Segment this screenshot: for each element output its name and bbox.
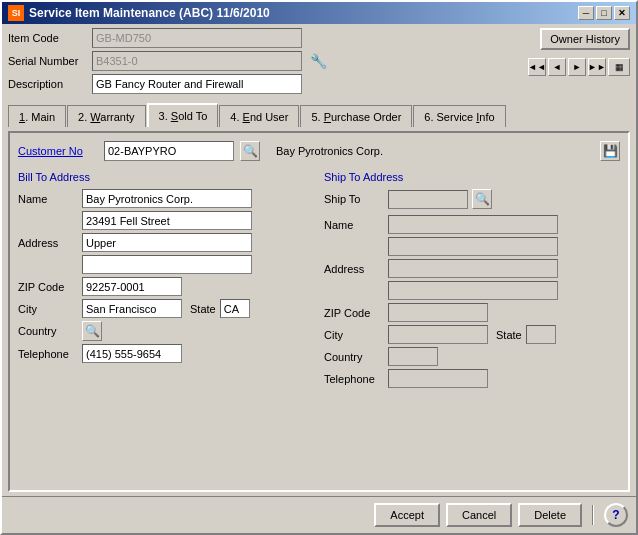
tab-warranty-label: 2. Warranty bbox=[78, 111, 134, 123]
bill-telephone-input[interactable] bbox=[82, 344, 182, 363]
restore-button[interactable]: □ bbox=[596, 6, 612, 20]
bill-name-input[interactable] bbox=[82, 189, 252, 208]
owner-history-button[interactable]: Owner History bbox=[540, 28, 630, 50]
customer-search-button[interactable]: 🔍 bbox=[240, 141, 260, 161]
tab-purchase-order[interactable]: 5. Purchase Order bbox=[300, 105, 412, 127]
bill-zip-row: ZIP Code bbox=[18, 277, 314, 296]
ship-city-row: City State bbox=[324, 325, 620, 344]
bill-to-title: Bill To Address bbox=[18, 171, 314, 183]
bill-address-row: Address bbox=[18, 211, 314, 274]
ship-zip-input[interactable] bbox=[388, 303, 488, 322]
ship-address-label: Address bbox=[324, 263, 384, 275]
bill-telephone-label: Telephone bbox=[18, 348, 78, 360]
ship-country-input[interactable] bbox=[388, 347, 438, 366]
bill-city-row: City State bbox=[18, 299, 314, 318]
tab-sold-to-label: 3. Sold To bbox=[159, 110, 208, 122]
ship-to-search-button[interactable]: 🔍 bbox=[472, 189, 492, 209]
ship-address3-input[interactable] bbox=[388, 281, 558, 300]
customer-no-input[interactable] bbox=[104, 141, 234, 161]
minimize-button[interactable]: ─ bbox=[578, 6, 594, 20]
tab-main[interactable]: 1. Main bbox=[8, 105, 66, 127]
content-area: Item Code Serial Number 🔧 Description Ow… bbox=[2, 24, 636, 496]
description-label: Description bbox=[8, 78, 88, 90]
ship-telephone-row: Telephone bbox=[324, 369, 620, 388]
bill-city-label: City bbox=[18, 303, 78, 315]
title-controls: ─ □ ✕ bbox=[578, 6, 630, 20]
title-bar: SI Service Item Maintenance (ABC) 11/6/2… bbox=[2, 2, 636, 24]
tab-end-user[interactable]: 4. End User bbox=[219, 105, 299, 127]
top-section: Item Code Serial Number 🔧 Description Ow… bbox=[8, 28, 630, 97]
save-icon-button[interactable]: 💾 bbox=[600, 141, 620, 161]
bill-city-input[interactable] bbox=[82, 299, 182, 318]
ship-country-label: Country bbox=[324, 351, 384, 363]
bill-zip-input[interactable] bbox=[82, 277, 182, 296]
ship-zip-label: ZIP Code bbox=[324, 307, 384, 319]
nav-prev-button[interactable]: ◄ bbox=[548, 58, 566, 76]
cancel-button[interactable]: Cancel bbox=[446, 503, 512, 527]
bill-address3-input[interactable] bbox=[82, 255, 252, 274]
bill-country-row: Country 🔍 bbox=[18, 321, 314, 341]
company-name-display: Bay Pyrotronics Corp. bbox=[276, 145, 383, 157]
nav-last-button[interactable]: ►► bbox=[588, 58, 606, 76]
description-input[interactable] bbox=[92, 74, 302, 94]
ship-city-input[interactable] bbox=[388, 325, 488, 344]
ship-zip-row: ZIP Code bbox=[324, 303, 620, 322]
bill-to-section: Bill To Address Name Address bbox=[18, 171, 314, 482]
bill-name-row: Name bbox=[18, 189, 314, 208]
ship-address1-input[interactable] bbox=[388, 237, 558, 256]
item-code-input[interactable] bbox=[92, 28, 302, 48]
nav-grid-button[interactable]: ▦ bbox=[608, 58, 630, 76]
ship-city-label: City bbox=[324, 329, 384, 341]
tab-sold-to[interactable]: 3. Sold To bbox=[147, 103, 219, 127]
ship-address2-input[interactable] bbox=[388, 259, 558, 278]
main-window: SI Service Item Maintenance (ABC) 11/6/2… bbox=[0, 0, 638, 535]
ship-name-input[interactable] bbox=[388, 215, 558, 234]
ship-to-label: Ship To bbox=[324, 193, 384, 205]
serial-number-label: Serial Number bbox=[8, 55, 88, 67]
nav-next-button[interactable]: ► bbox=[568, 58, 586, 76]
bill-address1-input[interactable] bbox=[82, 211, 252, 230]
tools-icon: 🔧 bbox=[310, 53, 327, 69]
item-code-label: Item Code bbox=[8, 32, 88, 44]
bill-country-search-button[interactable]: 🔍 bbox=[82, 321, 102, 341]
ship-name-row: Name bbox=[324, 215, 620, 234]
ship-to-id-row: Ship To 🔍 bbox=[324, 189, 620, 209]
ship-telephone-input[interactable] bbox=[388, 369, 488, 388]
right-controls: Owner History ◄◄ ◄ ► ►► ▦ bbox=[528, 28, 630, 76]
accept-button[interactable]: Accept bbox=[374, 503, 440, 527]
window-icon: SI bbox=[8, 5, 24, 21]
delete-button[interactable]: Delete bbox=[518, 503, 582, 527]
tab-purchase-order-label: 5. Purchase Order bbox=[311, 111, 401, 123]
title-bar-left: SI Service Item Maintenance (ABC) 11/6/2… bbox=[8, 5, 270, 21]
bill-state-label: State bbox=[190, 303, 216, 315]
tab-warranty[interactable]: 2. Warranty bbox=[67, 105, 145, 127]
close-button[interactable]: ✕ bbox=[614, 6, 630, 20]
bill-zip-label: ZIP Code bbox=[18, 281, 78, 293]
bill-state-input[interactable] bbox=[220, 299, 250, 318]
ship-to-input[interactable] bbox=[388, 190, 468, 209]
nav-first-button[interactable]: ◄◄ bbox=[528, 58, 546, 76]
ship-to-section: Ship To Address Ship To 🔍 Name Address bbox=[324, 171, 620, 482]
bill-address2-input[interactable] bbox=[82, 233, 252, 252]
customer-no-label[interactable]: Customer No bbox=[18, 145, 98, 157]
item-code-row: Item Code bbox=[8, 28, 528, 48]
bill-address-label: Address bbox=[18, 237, 78, 249]
main-panel: Customer No 🔍 Bay Pyrotronics Corp. 💾 Bi… bbox=[8, 131, 630, 492]
ship-state-input[interactable] bbox=[526, 325, 556, 344]
serial-number-input[interactable] bbox=[92, 51, 302, 71]
bill-telephone-row: Telephone bbox=[18, 344, 314, 363]
bill-name-label: Name bbox=[18, 193, 78, 205]
description-row: Description bbox=[8, 74, 528, 94]
address-columns: Bill To Address Name Address bbox=[18, 171, 620, 482]
tab-service-info[interactable]: 6. Service Info bbox=[413, 105, 505, 127]
bottom-separator bbox=[592, 505, 594, 525]
ship-address-row: Address bbox=[324, 237, 620, 300]
help-button[interactable]: ? bbox=[604, 503, 628, 527]
bottom-bar: Accept Cancel Delete ? bbox=[2, 496, 636, 533]
fields-area: Item Code Serial Number 🔧 Description bbox=[8, 28, 528, 97]
ship-to-title: Ship To Address bbox=[324, 171, 620, 183]
bill-country-label: Country bbox=[18, 325, 78, 337]
window-title: Service Item Maintenance (ABC) 11/6/2010 bbox=[29, 6, 270, 20]
ship-state-label: State bbox=[496, 329, 522, 341]
tab-service-info-label: 6. Service Info bbox=[424, 111, 494, 123]
